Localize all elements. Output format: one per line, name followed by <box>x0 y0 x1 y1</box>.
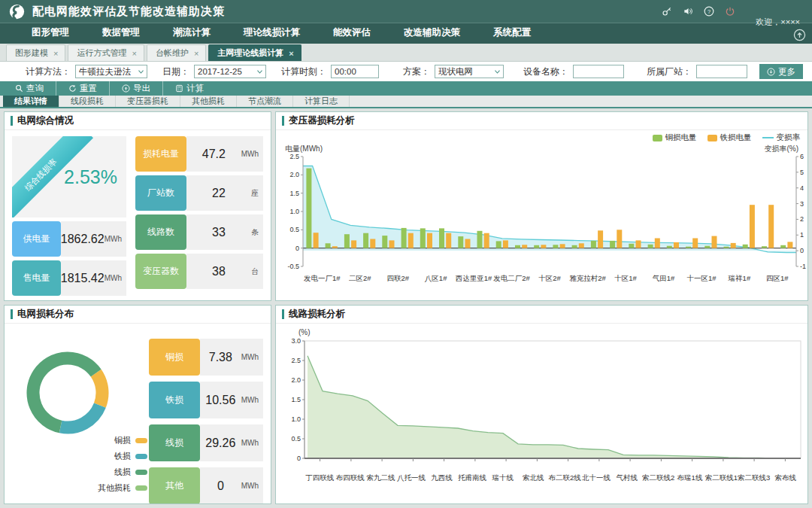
stat-unit: 台 <box>251 266 263 277</box>
menu-item[interactable]: 系统配置 <box>477 22 547 44</box>
date-select[interactable] <box>194 65 266 78</box>
legend-item[interactable]: 铜损电量 <box>653 132 697 143</box>
menu-item[interactable]: 改造辅助决策 <box>387 22 477 44</box>
tab-label: 运行方式管理 <box>77 47 126 59</box>
svg-text:?: ? <box>707 8 710 15</box>
document-tab[interactable]: 运行方式管理× <box>68 44 144 61</box>
x-axis-label: 气村线 <box>611 473 642 483</box>
stat-value: 22 <box>186 187 251 200</box>
result-subtab[interactable]: 节点潮流 <box>237 96 293 107</box>
x-axis-label: 北十一线 <box>581 473 612 483</box>
stat-row: 线损29.26MWh <box>149 424 263 461</box>
collapse-up-icon[interactable] <box>793 29 806 41</box>
power-icon[interactable] <box>725 6 735 17</box>
x-axis-label: 雅克拉村2# <box>568 274 606 284</box>
document-tab[interactable]: 主网理论线损计算× <box>208 44 301 61</box>
transformer-x-labels: 发电一厂1#二区2#四联2#八区1#西达里亚1#发电二厂2#十区2#雅克拉村2#… <box>303 274 796 284</box>
reset-button[interactable]: 重置 <box>56 81 110 96</box>
donut-legend-item[interactable]: 铜损 <box>98 435 147 446</box>
stat-value: 1815.42 <box>61 272 105 285</box>
stat-label: 变压器数 <box>135 254 186 289</box>
stat-value: 0 <box>200 479 241 493</box>
svg-text:0.5: 0.5 <box>289 226 299 233</box>
scheme-select[interactable] <box>435 65 504 78</box>
circle-up-arrow-icon <box>122 84 130 93</box>
compute-button[interactable]: 计算 <box>163 81 216 96</box>
svg-text:3: 3 <box>800 200 804 208</box>
menu-item[interactable]: 潮流计算 <box>156 22 227 44</box>
legend-chip <box>135 470 147 475</box>
document-tab[interactable]: 图形建模× <box>6 44 65 61</box>
sound-icon[interactable] <box>683 6 693 17</box>
document-tab[interactable]: 台帐维护× <box>147 44 206 61</box>
menu-item[interactable]: 理论线损计算 <box>227 22 317 44</box>
svg-text:2.0: 2.0 <box>291 376 301 384</box>
result-subtab[interactable]: 结果详情 <box>3 96 59 107</box>
donut-legend: 铜损铁损线损其他损耗 <box>98 435 147 494</box>
method-select-value[interactable] <box>76 65 147 78</box>
close-icon[interactable]: × <box>53 49 58 58</box>
more-button[interactable]: 更多 <box>759 64 803 79</box>
close-icon[interactable]: × <box>289 49 293 58</box>
x-axis-label: 丁四联线 <box>304 473 335 483</box>
device-input[interactable] <box>573 65 624 78</box>
legend-item[interactable]: 变损率 <box>762 132 801 143</box>
x-axis-label: 索二联线3 <box>738 473 770 483</box>
query-button[interactable]: 查询 <box>3 81 56 96</box>
menu-item[interactable]: 能效评估 <box>317 22 387 44</box>
x-axis-label: 西达里亚1# <box>455 274 492 284</box>
stat-value: 29.26 <box>200 437 241 450</box>
stat-unit: 座 <box>251 188 263 199</box>
close-icon[interactable]: × <box>132 49 136 58</box>
panel-line-loss: 线路损耗分析 (%) 3.02.52.01.51.00.50 丁四联线布四联线索… <box>275 305 808 504</box>
svg-text:0: 0 <box>800 247 804 254</box>
left-axis-label: 电量(MWh) <box>285 144 323 154</box>
filter-bar: 计算方法： 日期： 计算时刻： 方案： 设备名称： 所属厂站： <box>0 62 812 81</box>
close-icon[interactable]: × <box>194 49 198 58</box>
time-input-value[interactable] <box>332 65 378 78</box>
title-accent-bar <box>11 309 13 319</box>
help-icon[interactable]: ? <box>704 6 714 17</box>
stat-label: 铁损 <box>149 382 200 418</box>
svg-text:5: 5 <box>800 169 804 176</box>
stat-unit: MWh <box>105 274 126 282</box>
key-icon[interactable] <box>662 6 672 17</box>
export-button[interactable]: 导出 <box>110 81 163 96</box>
right-axis-label: 变损率(%) <box>764 144 798 154</box>
legend-label: 铁损 <box>114 451 131 462</box>
donut-legend-item[interactable]: 铁损 <box>98 451 147 462</box>
menu-item[interactable]: 图形管理 <box>15 22 86 44</box>
x-axis-label: 十一区1# <box>683 274 720 284</box>
stat-unit: MWh <box>105 235 126 243</box>
stat-value-area: 7.38MWh <box>200 339 263 376</box>
date-select-value[interactable] <box>195 65 265 78</box>
stat-row: 其他0MWh <box>149 467 263 504</box>
menu-item[interactable]: 数据管理 <box>86 22 156 44</box>
date-label: 日期： <box>162 65 189 78</box>
tab-label: 主网理论线损计算 <box>217 47 283 59</box>
stat-unit: MWh <box>241 150 263 158</box>
x-axis-label: 索二联线1 <box>705 473 738 483</box>
donut-legend-item[interactable]: 其他损耗 <box>98 482 147 494</box>
x-axis-label: 八托一线 <box>396 473 427 483</box>
stat-label: 损耗电量 <box>135 136 186 172</box>
method-select[interactable] <box>75 65 147 78</box>
result-subtab[interactable]: 线段损耗 <box>59 96 116 107</box>
svg-text:1.5: 1.5 <box>291 396 301 403</box>
legend-label: 其他损耗 <box>98 482 131 494</box>
legend-item[interactable]: 铁损电量 <box>707 132 752 143</box>
result-subtab[interactable]: 变压器损耗 <box>116 96 180 107</box>
title-accent-bar <box>282 309 284 319</box>
stat-row: 铁损10.56MWh <box>149 382 263 418</box>
donut-legend-item[interactable]: 线损 <box>98 467 147 478</box>
x-axis-label: 布二联2线 <box>549 473 581 483</box>
result-subtab[interactable]: 其他损耗 <box>180 96 237 107</box>
device-input-value[interactable] <box>574 65 623 78</box>
result-subtab[interactable]: 计算日志 <box>293 96 350 107</box>
svg-text:1.0: 1.0 <box>291 415 301 423</box>
time-input[interactable] <box>331 65 379 78</box>
station-input-value[interactable] <box>697 65 747 78</box>
legend-label: 铁损电量 <box>720 132 752 143</box>
station-input[interactable] <box>696 65 747 78</box>
scheme-select-value[interactable] <box>435 65 503 78</box>
